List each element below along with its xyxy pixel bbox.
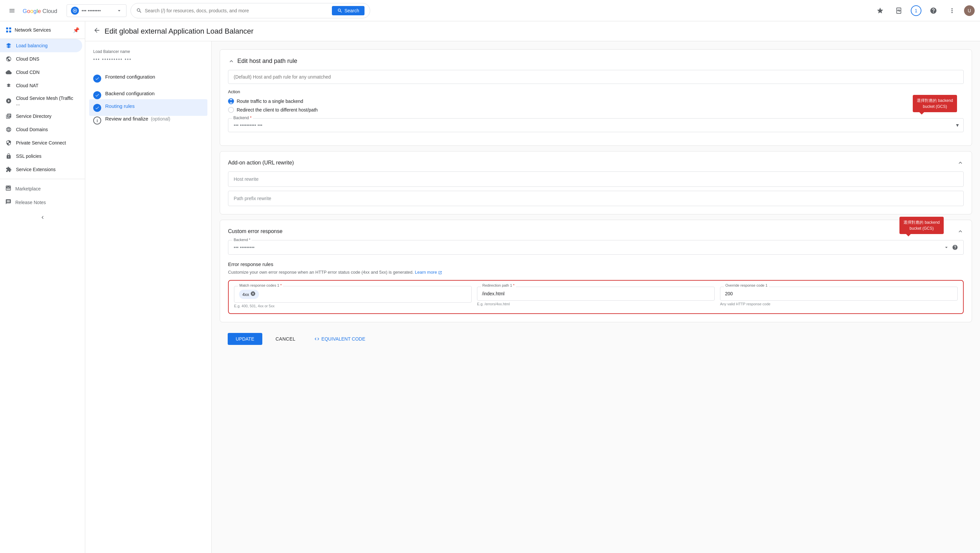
topbar-right: 1 U: [873, 4, 975, 17]
custom-error-header[interactable]: Custom error response: [228, 228, 964, 235]
search-button[interactable]: Search: [332, 6, 364, 15]
sidebar-item-private-service-connect[interactable]: Private Service Connect: [0, 136, 82, 150]
sidebar-item-label-cloud-dns: Cloud DNS: [16, 56, 39, 62]
project-selector[interactable]: ••• ••••••••: [67, 4, 126, 17]
update-button[interactable]: UPDATE: [228, 333, 262, 345]
collapse-icon-host-path[interactable]: [228, 58, 235, 65]
sidebar-item-ssl-policies[interactable]: SSL policies: [0, 150, 82, 163]
google-cloud-logo: Google Cloud: [23, 6, 62, 14]
step-icon-backend: [93, 91, 101, 99]
bottom-actions: UPDATE CANCEL EQUIVALENT CODE: [220, 328, 972, 350]
lb-name-value: ••• ••••••••• •••: [93, 57, 204, 62]
back-button[interactable]: [93, 27, 100, 36]
page-header: Edit global external Application Load Ba…: [85, 21, 980, 41]
sidebar-item-cloud-cdn[interactable]: Cloud CDN: [0, 65, 82, 79]
path-prefix-input[interactable]: [228, 191, 964, 206]
custom-error-backend-label: Backend *: [232, 238, 252, 242]
lb-name-section: Load Balancer name ••• ••••••••• •••: [93, 49, 204, 62]
override-code-hint: Any valid HTTP response code: [720, 302, 958, 306]
help-icon-btn[interactable]: [927, 4, 940, 17]
host-path-input[interactable]: [228, 70, 964, 84]
more-options-btn[interactable]: [945, 4, 959, 17]
user-avatar[interactable]: U: [964, 5, 975, 16]
project-name: ••• ••••••••: [81, 8, 113, 13]
backend-field-label: Backend: [232, 116, 253, 120]
addon-section-header[interactable]: Add-on action (URL rewrite): [228, 159, 964, 166]
chip-close-btn[interactable]: [250, 291, 256, 298]
notification-badge[interactable]: 1: [911, 5, 921, 16]
topbar: Google Cloud ••• •••••••• Search 1: [0, 0, 980, 21]
svg-rect-4: [9, 28, 11, 30]
match-codes-label: Match response codes 1: [238, 283, 283, 287]
custom-error-dropdown-icon[interactable]: [943, 244, 950, 250]
sidebar-item-cloud-service-mesh[interactable]: Cloud Service Mesh (Traffic ...: [0, 92, 82, 110]
radio-redirect-host[interactable]: Redirect the client to different host/pa…: [228, 107, 964, 113]
sidebar-item-release-notes[interactable]: Release Notes: [0, 195, 85, 209]
search-input[interactable]: [145, 8, 329, 13]
override-code-label: Override response code 1: [724, 283, 769, 287]
edit-panel: Edit host and path rule Action Route tra…: [212, 41, 980, 553]
backend-select[interactable]: ••• •••••••••• •••: [228, 118, 964, 132]
sidebar-item-label-cloud-service-mesh: Cloud Service Mesh (Traffic ...: [16, 96, 77, 106]
step-frontend[interactable]: Frontend configuration: [93, 70, 204, 86]
action-label: Action: [228, 89, 964, 94]
service-extensions-icon: [5, 166, 12, 173]
custom-error-section: Custom error response 選擇對應的 backendbucke…: [220, 220, 972, 322]
sidebar-item-cloud-nat[interactable]: Cloud NAT: [0, 79, 82, 92]
match-codes-hint: E.g. 400, 501, 4xx or 5xx: [234, 304, 472, 308]
redirection-path-label: Redirection path 1: [481, 283, 516, 287]
annotation-tooltip-custom-error: 選擇對應的 backendbucket (GCS): [899, 217, 944, 234]
radio-label-route: Route traffic to a single backend: [237, 99, 303, 104]
override-code-input[interactable]: [720, 287, 958, 301]
backend-field-container: 選擇對應的 backendbucket (GCS) Backend ••• ••…: [228, 118, 964, 132]
step-label-review: Review and finalize: [105, 116, 148, 121]
host-path-rule-section: Edit host and path rule Action Route tra…: [220, 49, 972, 146]
sidebar-item-label-cloud-nat: Cloud NAT: [16, 83, 38, 88]
step-icon-frontend: [93, 75, 101, 83]
sidebar-item-load-balancing[interactable]: Load balancing: [0, 39, 82, 52]
error-rules-fields: Match response codes 1 4xx: [228, 280, 964, 314]
custom-error-help-icon[interactable]: [952, 244, 958, 250]
release-notes-icon: [5, 199, 11, 206]
sidebar-item-marketplace[interactable]: Marketplace: [0, 182, 85, 195]
redirection-path-field: Redirection path 1 E.g. /errors/4xx.html: [477, 286, 715, 308]
cancel-button[interactable]: CANCEL: [268, 333, 304, 345]
match-codes-input-wrapper: 4xx: [234, 286, 472, 303]
search-icon-bar: [136, 8, 142, 14]
main-content: Edit global external Application Load Ba…: [85, 21, 980, 553]
sidebar-item-cloud-dns[interactable]: Cloud DNS: [0, 52, 82, 65]
terminal-icon-btn[interactable]: [892, 4, 905, 17]
collapse-sidebar-btn[interactable]: [0, 209, 85, 226]
sidebar: Network Services 📌 Load balancing Cloud …: [0, 21, 85, 553]
hamburger-menu[interactable]: [5, 4, 19, 17]
service-directory-icon: [5, 113, 12, 120]
learn-more-link[interactable]: Learn more: [415, 270, 442, 275]
addon-title: Add-on action (URL rewrite): [228, 160, 294, 166]
equivalent-code-button[interactable]: EQUIVALENT CODE: [309, 333, 371, 345]
backend-field: Backend ••• •••••••••• ••• ▼: [228, 118, 964, 132]
sidebar-item-cloud-domains[interactable]: Cloud Domains: [0, 123, 82, 136]
match-codes-chip: 4xx: [239, 290, 259, 299]
dropdown-icon: [116, 8, 122, 14]
radio-route-backend[interactable]: Route traffic to a single backend: [228, 98, 964, 104]
redirection-path-input[interactable]: [477, 287, 715, 301]
sidebar-header: Network Services 📌: [0, 21, 85, 39]
host-rewrite-input[interactable]: [228, 172, 964, 187]
sidebar-item-service-directory[interactable]: Service Directory: [0, 110, 82, 123]
sidebar-item-label-cloud-cdn: Cloud CDN: [16, 70, 40, 75]
content-body: Load Balancer name ••• ••••••••• ••• Fro…: [85, 41, 980, 553]
section-title-host-path: Edit host and path rule: [228, 57, 297, 65]
star-icon-btn[interactable]: [873, 4, 887, 17]
lb-name-label: Load Balancer name: [93, 49, 204, 54]
sidebar-item-service-extensions[interactable]: Service Extensions: [0, 163, 82, 176]
step-label-frontend: Frontend configuration: [105, 74, 155, 80]
sidebar-divider: [0, 179, 85, 179]
sidebar-item-label-release-notes: Release Notes: [15, 200, 46, 205]
pin-icon[interactable]: 📌: [73, 27, 80, 33]
sidebar-item-label-service-directory: Service Directory: [16, 113, 52, 119]
sidebar-item-label-private-service-connect: Private Service Connect: [16, 140, 66, 145]
override-code-field: Override response code 1 Any valid HTTP …: [720, 286, 958, 308]
svg-rect-6: [9, 30, 11, 33]
cloud-cdn-icon: [5, 69, 12, 76]
step-review[interactable]: i Review and finalize (optional): [93, 112, 204, 129]
